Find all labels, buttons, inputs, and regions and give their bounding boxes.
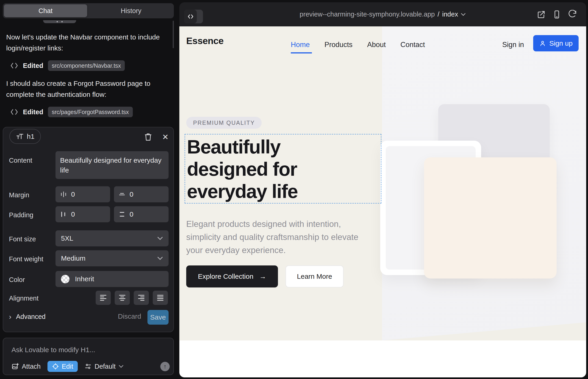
explore-collection-button[interactable]: Explore Collection →: [186, 266, 278, 287]
font-weight-select[interactable]: Medium: [56, 250, 169, 266]
margin-x-input[interactable]: 0: [56, 186, 110, 202]
dot: [57, 21, 58, 22]
align-center-button[interactable]: [115, 291, 130, 305]
margin-horizontal-icon: [60, 191, 67, 198]
chat-scrollbar[interactable]: [173, 21, 174, 48]
user-icon: [539, 40, 546, 47]
hero-heading-line: designed for: [187, 158, 298, 180]
element-editor-panel: h1 ✕ Content Beautifully designed for ev…: [3, 127, 174, 332]
chevron-down-icon: [119, 365, 124, 368]
edit-mode-button[interactable]: Edit: [47, 361, 78, 372]
default-mode-selector[interactable]: Default: [85, 363, 124, 370]
hero-heading-line: everyday life: [187, 180, 298, 203]
edit-label: Edit: [62, 363, 73, 370]
code-icon: [10, 62, 18, 69]
delete-element-button[interactable]: [144, 132, 153, 142]
hero-heading-line: Beautifully: [187, 136, 298, 158]
align-right-button[interactable]: [134, 291, 149, 305]
margin-label: Margin: [9, 191, 29, 199]
margin-vertical-icon: [119, 191, 125, 198]
preview-url-bar[interactable]: preview--charming-site-symphony.lovable.…: [179, 2, 586, 26]
content-input[interactable]: Beautifully designed for everyday life: [56, 151, 169, 179]
selected-h1-outline[interactable]: Beautifully designed for everyday life: [185, 134, 381, 204]
padding-x-input[interactable]: 0: [56, 206, 110, 222]
tab-history[interactable]: History: [90, 4, 173, 17]
font-size-select[interactable]: 5XL: [56, 230, 169, 246]
nav-link-about[interactable]: About: [367, 41, 386, 49]
chevron-right-icon: ›: [9, 313, 12, 321]
font-size-label: Font size: [9, 235, 36, 243]
attach-button[interactable]: Attach: [12, 363, 41, 370]
type-icon: [16, 133, 24, 140]
site-nav: Home Products About Contact: [291, 41, 425, 49]
padding-x-value: 0: [71, 210, 75, 218]
edited-label: Edited: [23, 62, 43, 69]
padding-y-input[interactable]: 0: [114, 206, 169, 222]
site-logo[interactable]: Essence: [186, 35, 224, 46]
align-left-button[interactable]: [96, 291, 111, 305]
file-pill[interactable]: src/pages/ForgotPassword.tsx: [48, 107, 133, 117]
font-weight-value: Medium: [61, 254, 86, 262]
nav-link-contact[interactable]: Contact: [401, 41, 425, 49]
scrolled-badge-partial: [43, 20, 76, 23]
sign-in-button[interactable]: Sign in: [502, 41, 524, 49]
chevron-down-icon: [157, 237, 163, 240]
preview-window: preview--charming-site-symphony.lovable.…: [179, 2, 586, 377]
chat-composer: Ask Lovable to modify H1... Attach: [3, 338, 174, 375]
content-label: Content: [9, 157, 32, 164]
save-button[interactable]: Save: [147, 310, 169, 325]
align-justify-button[interactable]: [153, 291, 168, 305]
edited-file-row: Edited src/components/Navbar.tsx: [10, 60, 125, 71]
file-pill[interactable]: src/components/Navbar.tsx: [48, 60, 125, 71]
sign-up-label: Sign up: [549, 39, 573, 47]
learn-more-button[interactable]: Learn More: [286, 266, 343, 287]
padding-vertical-icon: [119, 211, 125, 218]
margin-y-input[interactable]: 0: [114, 186, 169, 202]
decorative-card-cream: [424, 157, 557, 279]
element-tag-label: h1: [27, 133, 34, 141]
font-weight-label: Font weight: [9, 255, 43, 263]
sign-up-button[interactable]: Sign up: [533, 35, 579, 51]
refresh-icon[interactable]: [568, 10, 577, 19]
app-root: Chat History Now let's update the Navbar…: [0, 0, 588, 379]
mobile-view-icon[interactable]: [552, 10, 561, 19]
color-swatch: [61, 275, 69, 283]
url-page: index: [442, 11, 458, 18]
hero-paragraph: Elegant products designed with intention…: [186, 218, 372, 257]
nav-link-products[interactable]: Products: [325, 41, 353, 49]
tab-chat[interactable]: Chat: [4, 4, 87, 17]
margin-x-value: 0: [71, 190, 75, 198]
composer-input[interactable]: Ask Lovable to modify H1...: [12, 346, 95, 354]
composer-toolbar: Attach Edit: [12, 361, 124, 372]
color-value: Inherit: [75, 275, 94, 283]
chat-message: I should also create a Forgot Password p…: [6, 78, 170, 100]
url-separator: /: [438, 11, 439, 18]
default-label: Default: [94, 363, 116, 370]
close-icon[interactable]: ✕: [160, 132, 170, 142]
alignment-button-group: [96, 291, 168, 305]
edited-label: Edited: [23, 108, 43, 116]
discard-button[interactable]: Discard: [118, 313, 141, 320]
crosshair-icon: [52, 363, 59, 370]
advanced-toggle[interactable]: › Advanced: [9, 313, 46, 321]
chat-history-tabs: Chat History: [3, 3, 174, 18]
padding-label: Padding: [9, 211, 33, 219]
chat-message: Now let's update the Navbar component to…: [6, 32, 170, 54]
dot: [62, 21, 62, 22]
color-select[interactable]: Inherit: [56, 271, 169, 287]
attach-label: Attach: [22, 363, 41, 370]
open-external-icon[interactable]: [537, 10, 546, 19]
padding-horizontal-icon: [60, 211, 67, 218]
code-view-toggle[interactable]: [184, 10, 203, 23]
url-domain: preview--charming-site-symphony.lovable.…: [300, 11, 435, 18]
hero-heading: Beautifully designed for everyday life: [187, 136, 298, 203]
margin-y-value: 0: [130, 190, 134, 198]
alignment-label: Alignment: [9, 295, 39, 302]
sliders-icon: [85, 363, 92, 370]
image-plus-icon: [12, 363, 19, 370]
send-button[interactable]: ↑: [160, 362, 170, 371]
element-tag-chip[interactable]: h1: [9, 129, 41, 144]
edited-file-row: Edited src/pages/ForgotPassword.tsx: [10, 107, 133, 117]
color-label: Color: [9, 276, 25, 284]
nav-link-home[interactable]: Home: [291, 41, 310, 49]
